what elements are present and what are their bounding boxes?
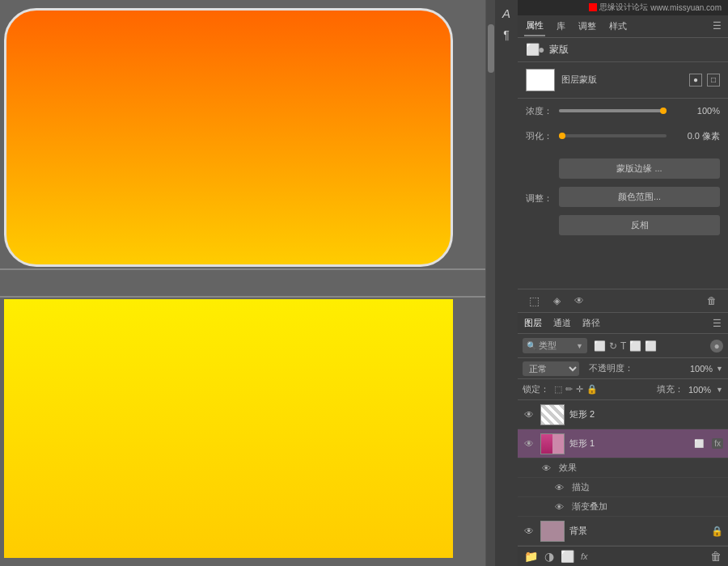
fill-value: 100% (688, 385, 711, 395)
panel-top-tabs: 属性 库 调整 样式 ☰ (518, 15, 728, 38)
fill-label: 填充： (657, 383, 684, 395)
layer-name-rect1: 矩形 1 (569, 437, 689, 450)
feather-slider[interactable] (559, 134, 667, 137)
lock-paint-icon[interactable]: ✏ (565, 384, 573, 395)
mask-panel: 属性 库 调整 样式 ☰ ⬜ ● 蒙版 图层蒙版 ● □ 浓度： (518, 15, 728, 313)
right-panel: 思缘设计论坛 www.missyuan.com 属性 库 调整 样式 ☰ ⬜ ●… (518, 0, 728, 566)
feather-value: 0.0 像素 (671, 130, 720, 142)
layer-name-rect2: 矩形 2 (569, 408, 723, 420)
mask-panel-footer: ⬚ ◈ 👁 🗑 (518, 289, 728, 312)
effect-eye[interactable]: 👁 (542, 463, 551, 473)
density-label: 浓度： (526, 105, 554, 117)
tab-style[interactable]: 样式 (607, 17, 629, 36)
tool-paragraph[interactable]: ¶ (497, 26, 515, 44)
btn-color-range[interactable]: 颜色范围... (559, 187, 720, 207)
layers-footer: 📁 ◑ ⬜ fx 🗑 (518, 546, 728, 566)
tab-properties[interactable]: 属性 (524, 16, 545, 36)
layer-eye-rect2[interactable]: 👁 (523, 408, 535, 421)
opacity-dropdown[interactable]: ▼ (716, 365, 723, 373)
opacity-value: 100% (690, 364, 713, 374)
layer-item-rect2[interactable]: 👁 矩形 2 (518, 400, 728, 429)
layers-panel: 图层 通道 路径 ☰ 🔍 类型 ▼ ⬜ ↻ T ⬜ ⬜ ● 正常 (518, 313, 728, 566)
mask-icon-circle[interactable]: ● (689, 74, 702, 87)
density-slider[interactable] (559, 109, 667, 112)
btn-invert[interactable]: 反相 (559, 215, 720, 235)
gradient-eye[interactable]: 👁 (555, 502, 564, 512)
opacity-label: 不透明度： (589, 362, 633, 374)
layer-effect-root[interactable]: 👁 效果 (518, 458, 728, 478)
layer-mode-opacity-row: 正常 溶解 正片叠底 不透明度： 100% ▼ (518, 358, 728, 379)
effect-name-gradient: 渐变叠加 (572, 501, 607, 513)
layers-menu-icon[interactable]: ☰ (713, 318, 722, 329)
layer-fx-badge: fx (712, 438, 723, 449)
tab-paths[interactable]: 路径 (582, 317, 600, 329)
layer-thumb-rect1 (540, 433, 565, 454)
mask-icon-footer[interactable]: ⬜ (561, 550, 574, 563)
filter-icon-5[interactable]: ⬜ (645, 340, 657, 352)
fill-dropdown[interactable]: ▼ (716, 386, 723, 394)
layer-filter-icons: ⬜ ↻ T ⬜ ⬜ (594, 340, 657, 352)
filter-icon-1[interactable]: ⬜ (594, 340, 606, 352)
tool-transform[interactable]: A (497, 4, 515, 22)
tab-library[interactable]: 库 (555, 17, 567, 36)
layer-item-rect1[interactable]: 👁 矩形 1 ⬜ fx (518, 429, 728, 458)
canvas-scrollbar[interactable] (485, 0, 495, 566)
mask-footer-add[interactable]: ◈ (548, 293, 565, 309)
blend-mode-select[interactable]: 正常 溶解 正片叠底 (523, 361, 579, 376)
tab-channels[interactable]: 通道 (553, 317, 571, 329)
fx-icon-footer[interactable]: fx (581, 551, 588, 561)
layers-list: 👁 矩形 2 👁 矩形 1 ⬜ fx 👁 效果 👁 (518, 400, 728, 546)
mask-footer-delete[interactable]: 🗑 (704, 293, 720, 309)
filter-toggle[interactable]: ● (710, 340, 723, 353)
panel-menu-icon[interactable]: ☰ (713, 20, 722, 32)
filter-icon-2[interactable]: ↻ (609, 340, 617, 352)
layer-eye-bg[interactable]: 👁 (523, 525, 535, 538)
mask-footer-dotted-rect[interactable]: ⬚ (526, 293, 542, 309)
density-thumb[interactable] (660, 108, 667, 114)
stroke-eye[interactable]: 👁 (555, 483, 564, 492)
brand-name: 思缘设计论坛 (599, 2, 648, 13)
filter-icon-4[interactable]: ⬜ (629, 340, 641, 352)
bg-lock-icon: 🔒 (711, 526, 723, 537)
lock-move-icon[interactable]: ✛ (576, 384, 583, 395)
feather-thumb[interactable] (559, 133, 565, 139)
btn-mask-edge[interactable]: 蒙版边缘 ... (559, 158, 720, 179)
layer-name-bg: 背景 (569, 525, 706, 537)
layer-item-bg[interactable]: 👁 背景 🔒 (518, 517, 728, 546)
layer-thumb-rect2 (540, 404, 565, 425)
canvas-area: A ¶ (0, 0, 518, 566)
rect1-mask-icon: ⬜ (694, 439, 704, 448)
feather-track (559, 134, 667, 137)
new-adj-icon[interactable]: ◑ (544, 550, 554, 563)
lock-label: 锁定： (523, 383, 549, 395)
search-icon: 🔍 (527, 341, 536, 350)
lock-icons: ⬚ ✏ ✛ 🔒 (554, 384, 598, 395)
adjust-label: 调整： (526, 192, 554, 205)
tab-layers[interactable]: 图层 (524, 317, 542, 329)
new-group-icon[interactable]: 📁 (524, 550, 538, 563)
filter-icon-3[interactable]: T (620, 340, 626, 352)
brand-bar: 思缘设计论坛 www.missyuan.com (518, 0, 728, 15)
layer-effect-stroke[interactable]: 👁 描边 (518, 478, 728, 497)
delete-icon-footer[interactable]: 🗑 (710, 550, 722, 563)
mask-circle-icon: ● (538, 43, 544, 56)
mask-icon-rect[interactable]: □ (707, 74, 720, 87)
layer-effect-gradient[interactable]: 👁 渐变叠加 (518, 497, 728, 517)
mask-footer-eye[interactable]: 👁 (571, 293, 587, 309)
density-row: 浓度： 100% (518, 99, 728, 124)
search-dropdown-icon[interactable]: ▼ (576, 342, 583, 350)
tab-adjust[interactable]: 调整 (577, 17, 598, 36)
search-type-label: 类型 (539, 340, 557, 352)
lock-transparent-icon[interactable]: ⬚ (554, 384, 562, 395)
layer-eye-rect1[interactable]: 👁 (523, 437, 535, 450)
layer-search-box[interactable]: 🔍 类型 ▼ (523, 338, 587, 353)
adjust-label-row: 调整： 蒙版边缘 ... 颜色范围... 反相 (526, 155, 720, 243)
mask-title: 蒙版 (549, 43, 569, 57)
layer-mask-row: 图层蒙版 ● □ (518, 62, 728, 99)
density-fill (559, 109, 667, 112)
effect-name-stroke: 描边 (572, 481, 590, 493)
scroll-thumb[interactable] (488, 24, 494, 73)
brand-url: www.missyuan.com (650, 3, 722, 12)
lock-all-icon[interactable]: 🔒 (586, 384, 598, 395)
feather-row: 羽化： 0.0 像素 (518, 124, 728, 149)
